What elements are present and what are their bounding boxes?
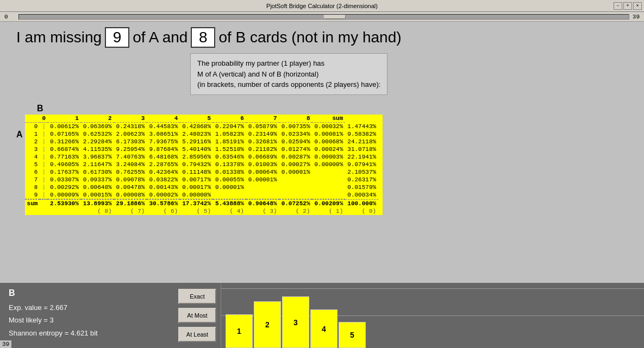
buttons-column: Exact At Most At Least bbox=[174, 283, 221, 348]
scrollbar-thumb[interactable] bbox=[324, 15, 346, 19]
shannon-entropy: Shannon entropy = 4.621 bit bbox=[9, 327, 165, 339]
description-box: The probability my partner (1 player) ha… bbox=[190, 53, 387, 95]
chart-bar: 5 bbox=[339, 322, 366, 348]
top-scrollbar: 0 39 bbox=[0, 12, 644, 22]
exp-value: Exp. value = 2.667 bbox=[9, 301, 165, 314]
bar-rect: 2 bbox=[254, 301, 281, 348]
close-button[interactable]: × bbox=[633, 2, 642, 10]
at-least-button[interactable]: At Least bbox=[178, 327, 216, 342]
chart-bar: 2 bbox=[254, 301, 281, 348]
missing-middle: of A and bbox=[133, 29, 187, 46]
table-row: 6|0.17637%0.61730%0.76255%0.42364%0.1114… bbox=[25, 168, 383, 176]
bottom-b-label: B bbox=[9, 288, 165, 298]
at-most-button[interactable]: At Most bbox=[178, 308, 216, 323]
desc-line2: M of A (vertical) and N of B (horizontal… bbox=[197, 69, 380, 80]
chart-area: 12345 bbox=[221, 283, 644, 348]
table-row: 7|0.03307%0.09337%0.09078%0.03822%0.0071… bbox=[25, 176, 383, 184]
missing-a-input[interactable] bbox=[105, 27, 129, 48]
bar-group: 12345 bbox=[226, 287, 366, 348]
title-bar: PjotSoft Bridge Calculator (2-dimensiona… bbox=[0, 0, 644, 12]
bar-rect: 4 bbox=[310, 309, 337, 348]
main-content: I am missing of A and of B cards (not in… bbox=[0, 22, 644, 220]
scroll-right-number: 39 bbox=[633, 14, 640, 20]
chart-bar: 1 bbox=[226, 314, 253, 348]
bar-rect: 5 bbox=[339, 322, 366, 348]
missing-prefix: I am missing bbox=[16, 29, 102, 46]
probability-table: 012345678sum0|0.00612%0.06369%0.24318%0.… bbox=[25, 115, 383, 215]
a-axis-label: A bbox=[16, 130, 23, 140]
table-row: 5|0.49605%2.11647%3.24084%2.28765%0.7943… bbox=[25, 161, 383, 168]
table-row: 4|0.77163%3.96837%7.40763%6.48168%2.8595… bbox=[25, 153, 383, 161]
table-row: 8|0.00292%0.00648%0.00478%0.00143%0.0001… bbox=[25, 184, 383, 191]
bar-rect: 1 bbox=[226, 314, 253, 348]
maximize-button[interactable]: + bbox=[623, 2, 632, 10]
scrollbar-track[interactable] bbox=[18, 14, 629, 20]
table-row: 0|0.00612%0.06369%0.24318%0.44583%0.4286… bbox=[25, 123, 383, 130]
window-title: PjotSoft Bridge Calculator (2-dimensiona… bbox=[266, 3, 378, 9]
missing-suffix: of B cards (not in my hand) bbox=[218, 29, 401, 46]
table-row: 3|0.66874%4.11535%9.25954%9.87684%5.4014… bbox=[25, 145, 383, 153]
table-row: 9|0.00009%0.00015%0.00008%0.00002%0.0000… bbox=[25, 191, 383, 199]
desc-line1: The probability my partner (1 player) ha… bbox=[197, 58, 380, 69]
stats-text: Exp. value = 2.667 Most likely = 3 Shann… bbox=[9, 301, 165, 339]
window-controls: – + × bbox=[614, 2, 642, 10]
missing-b-input[interactable] bbox=[191, 27, 215, 48]
missing-row: I am missing of A and of B cards (not in… bbox=[16, 27, 628, 48]
chart-bar: 3 bbox=[282, 296, 309, 348]
scroll-left-number: 0 bbox=[4, 14, 15, 20]
b-axis-label: B bbox=[37, 104, 383, 113]
most-likely: Most likely = 3 bbox=[9, 314, 165, 326]
minimize-button[interactable]: – bbox=[614, 2, 622, 10]
table-row: 1|0.07165%0.62532%2.00623%3.08651%2.4802… bbox=[25, 130, 383, 138]
chart-line-top bbox=[221, 288, 644, 289]
exact-button[interactable]: Exact bbox=[178, 289, 216, 304]
bracket-row: ( 8)( 7)( 6)( 5)( 4)( 3)( 2)( 1)( 0) bbox=[25, 207, 383, 215]
chart-bar: 4 bbox=[310, 309, 337, 348]
bottom-panel: B Exp. value = 2.667 Most likely = 3 Sha… bbox=[0, 283, 644, 348]
bar-rect: 3 bbox=[282, 296, 309, 348]
corner-number: 39 bbox=[0, 340, 11, 348]
sum-row: sum2.53930%13.8993%29.1886%30.5786%17.37… bbox=[25, 199, 383, 207]
table-row: 2|0.31266%2.29284%6.17303%7.93675%5.2911… bbox=[25, 138, 383, 145]
bottom-stats: B Exp. value = 2.667 Most likely = 3 Sha… bbox=[0, 283, 174, 348]
desc-line3: (in brackets, number of cards opponents … bbox=[197, 79, 380, 90]
